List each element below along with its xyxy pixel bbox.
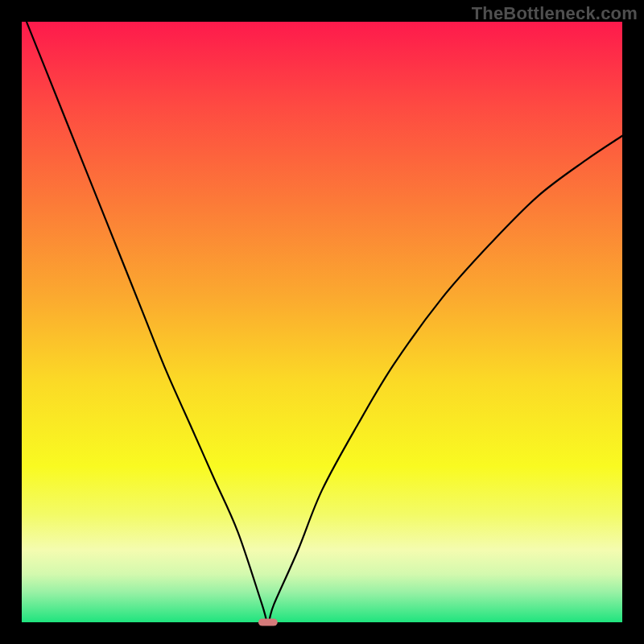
chart-container: TheBottleneck.com	[0, 0, 644, 644]
curve-svg	[22, 22, 622, 622]
plot-area	[22, 22, 622, 622]
optimal-marker	[258, 619, 278, 626]
watermark-text: TheBottleneck.com	[472, 3, 638, 24]
bottleneck-curve	[22, 10, 622, 622]
